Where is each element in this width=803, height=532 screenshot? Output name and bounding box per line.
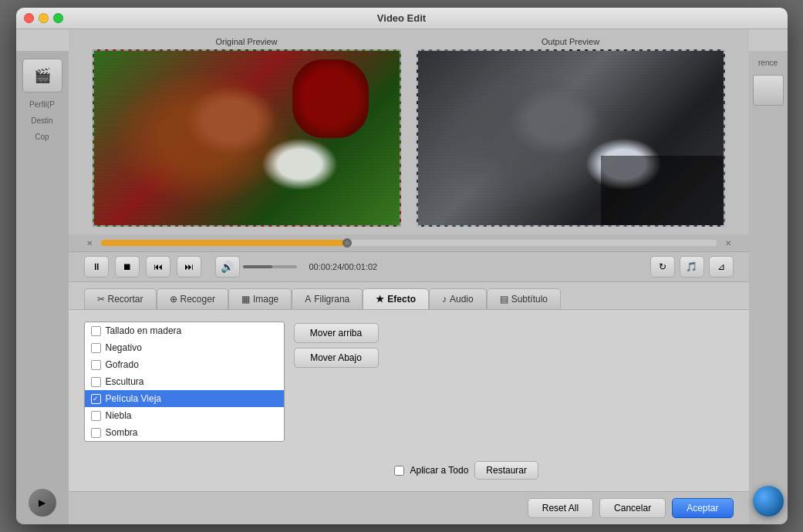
timeline-track[interactable]	[101, 240, 717, 246]
item-label: Negativo	[106, 342, 142, 353]
time-display: 00:00:24/00:01:02	[309, 262, 378, 271]
tab-subtitulo[interactable]: ▤ Subtítulo	[487, 288, 561, 309]
sidebar-icon-film[interactable]: 🎬	[22, 59, 62, 93]
sidebar-profile[interactable]: Perfil(P	[29, 100, 55, 109]
preview-area: Original Preview Output Preview	[69, 29, 749, 234]
checkbox-negativo[interactable]	[91, 343, 101, 353]
checkbox-escultura[interactable]	[91, 377, 101, 387]
checkbox-sombra[interactable]	[91, 428, 101, 438]
waveform-button[interactable]: 🎵	[680, 256, 704, 278]
right-controls: ↻ 🎵 ⊿	[650, 256, 734, 278]
tab-recoger[interactable]: ⊕ Recoger	[157, 288, 228, 309]
tab-audio[interactable]: ♪ Audio	[429, 288, 487, 309]
play-circle-button[interactable]: ▶	[29, 489, 56, 517]
list-item[interactable]: Niebla	[85, 407, 284, 424]
timeline-close-left[interactable]: ✕	[84, 237, 95, 248]
reset-all-button[interactable]: Reset All	[528, 498, 593, 518]
cancel-button[interactable]: Cancelar	[599, 498, 666, 518]
right-sidebar-reference[interactable]: rence	[758, 59, 778, 67]
list-item[interactable]: Tallado en madera	[85, 322, 284, 339]
pause-button[interactable]: ⏸	[84, 256, 109, 278]
settings-button[interactable]: ⊿	[709, 256, 734, 278]
checkbox-niebla[interactable]	[91, 411, 101, 421]
maximize-button[interactable]	[53, 13, 63, 23]
tab-subtitulo-label: Subtítulo	[511, 294, 548, 305]
apply-all-label: Aplicar a Todo	[410, 465, 469, 476]
close-button[interactable]	[24, 13, 34, 23]
move-up-button[interactable]: Mover arriba	[294, 323, 379, 343]
tabs-row: ✂ Recortar ⊕ Recoger ▦ Image A Filigrana…	[69, 282, 749, 309]
original-preview-label: Original Preview	[215, 37, 277, 46]
output-preview-panel: Output Preview	[417, 37, 725, 227]
sidebar-copy[interactable]: Cop	[35, 133, 49, 141]
controls-bar: ⏸ ⏹ ⏮ ⏭ 🔊 00:00:24/00:01:02 ↻ 🎵 ⊿	[69, 251, 749, 282]
apply-all-checkbox[interactable]	[394, 466, 404, 476]
list-item[interactable]: Sombra	[85, 424, 284, 441]
tab-image[interactable]: ▦ Image	[228, 288, 292, 309]
item-label: Gofrado	[106, 359, 139, 370]
tab-recoger-label: Recoger	[181, 294, 215, 305]
tab-recortar[interactable]: ✂ Recortar	[84, 288, 157, 309]
subtitulo-icon: ▤	[500, 294, 508, 305]
titlebar: Video Edit	[16, 8, 788, 29]
item-label: Película Vieja	[106, 393, 162, 404]
checkbox-gofrado[interactable]	[91, 360, 101, 370]
prev-frame-button[interactable]: ⏮	[146, 256, 170, 278]
volume-button[interactable]: 🔊	[215, 256, 240, 278]
effects-list: Tallado en madera Negativo Gofrado	[85, 322, 284, 441]
list-item[interactable]: Gofrado	[85, 356, 284, 373]
output-preview-video	[417, 49, 725, 227]
recoger-icon: ⊕	[170, 294, 177, 305]
rotate-button[interactable]: ↻	[650, 256, 675, 278]
traffic-lights	[24, 13, 63, 23]
accept-button[interactable]: Aceptar	[672, 498, 733, 518]
tab-image-label: Image	[253, 294, 278, 305]
tab-audio-label: Audio	[450, 294, 474, 305]
tab-filigrana[interactable]: A Filigrana	[292, 288, 363, 309]
item-label: Sombra	[106, 427, 138, 438]
item-label: Niebla	[106, 410, 132, 421]
volume-track[interactable]	[243, 265, 297, 268]
footer-bar: Reset All Cancelar Aceptar	[69, 491, 749, 524]
effects-list-container: Tallado en madera Negativo Gofrado	[84, 322, 285, 442]
move-down-button[interactable]: Mover Abajo	[294, 348, 379, 368]
right-sidebar-preview[interactable]	[753, 75, 784, 106]
stop-button[interactable]: ⏹	[115, 256, 140, 278]
checkbox-pelicula[interactable]	[91, 394, 101, 404]
original-preview-panel: Original Preview	[93, 37, 401, 227]
restore-button[interactable]: Restaurar	[474, 461, 538, 480]
main-content: Original Preview Output Preview	[69, 29, 749, 524]
checkbox-tallado[interactable]	[91, 326, 101, 336]
item-label: Escultura	[106, 376, 144, 387]
blue-orb-button[interactable]	[753, 486, 784, 517]
filigrana-icon: A	[305, 294, 311, 305]
efecto-icon: ★	[376, 294, 384, 305]
tab-content-efecto: Tallado en madera Negativo Gofrado	[69, 309, 749, 491]
item-label: Tallado en madera	[106, 325, 182, 336]
original-preview-video	[93, 49, 401, 227]
tab-recortar-label: Recortar	[108, 294, 143, 305]
audio-icon: ♪	[442, 294, 447, 305]
left-sidebar: 🎬 Perfil(P Destin Cop ▶	[16, 51, 69, 524]
main-window: Video Edit 🎬 Perfil(P Destin Cop ▶ Origi…	[16, 8, 788, 524]
timeline-thumb[interactable]	[342, 238, 352, 247]
timeline-bar: ✕ ✕	[69, 234, 749, 251]
sidebar-dest[interactable]: Destin	[31, 116, 52, 125]
list-item[interactable]: Escultura	[85, 373, 284, 390]
volume-area: 🔊	[215, 256, 297, 278]
recortar-icon: ✂	[97, 294, 105, 305]
minimize-button[interactable]	[39, 13, 49, 23]
image-icon: ▦	[241, 294, 250, 305]
window-title: Video Edit	[377, 12, 426, 24]
tab-filigrana-label: Filigrana	[314, 294, 349, 305]
output-preview-label: Output Preview	[542, 37, 599, 46]
tab-efecto-label: Efecto	[387, 294, 416, 305]
list-item[interactable]: Negativo	[85, 339, 284, 356]
next-frame-button[interactable]: ⏭	[177, 256, 201, 278]
effects-buttons: Mover arriba Mover Abajo	[294, 322, 379, 368]
timeline-close-right[interactable]: ✕	[723, 237, 734, 248]
right-sidebar: rence	[749, 51, 788, 524]
tab-efecto[interactable]: ★ Efecto	[363, 288, 429, 309]
list-item-pelicula[interactable]: Película Vieja	[85, 390, 284, 407]
volume-fill	[243, 265, 273, 268]
